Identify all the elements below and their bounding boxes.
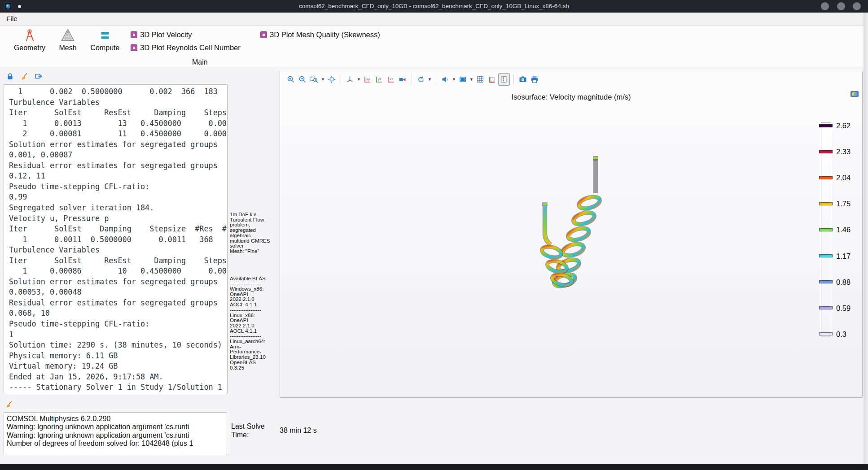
colorbar-level-stripe	[819, 306, 833, 309]
startup-log-text: COMSOL Multiphysics 6.2.0.290Warning: Ig…	[4, 413, 227, 448]
colorbar-level-stripe	[819, 150, 833, 153]
rotate-icon[interactable]	[416, 74, 426, 85]
checkbox-checked-icon	[131, 31, 137, 38]
maximize-button[interactable]	[837, 2, 845, 10]
isosurface-coil-visualization[interactable]	[512, 148, 620, 301]
colorbar-level-stripe	[819, 202, 833, 205]
zoom-box-icon[interactable]	[309, 74, 320, 85]
colorbar-level-stripe	[819, 280, 833, 283]
section-divider	[0, 68, 868, 68]
scene-light-dropdown[interactable]: ▼	[452, 77, 456, 82]
last-solve-time-value: 38 min 12 s	[280, 426, 317, 435]
startup-log-panel[interactable]: COMSOL Multiphysics 6.2.0.290Warning: Ig…	[4, 412, 227, 455]
colorbar-level-label: 0.3	[836, 330, 863, 339]
colorbar-level-stripe	[819, 254, 833, 257]
toolbar-separator	[436, 74, 436, 84]
solver-log-text: 1 0.002 0.5000000 0.002 366 183Turbulenc…	[4, 85, 227, 393]
float-window-icon[interactable]	[850, 90, 859, 98]
checkbox-3d-plot-reynolds[interactable]: 3D Plot Reynolds Cell Number	[131, 44, 241, 52]
colorbar: 2.622.332.041.751.461.170.880.590.3	[821, 122, 831, 336]
svg-text:xy: xy	[366, 77, 370, 81]
checkbox-label: 3D Plot Reynolds Cell Number	[140, 44, 241, 52]
show-grid-icon[interactable]	[475, 74, 486, 85]
colorbar-level-stripe	[819, 176, 833, 179]
minimize-button[interactable]	[821, 2, 829, 10]
scene-light-icon[interactable]	[440, 74, 451, 85]
clear-icon[interactable]	[20, 72, 29, 81]
default-view-icon[interactable]	[345, 74, 355, 85]
geometry-button-label: Geometry	[13, 44, 47, 52]
colorbar-level-stripe	[819, 124, 833, 127]
solver-log-panel[interactable]: 1 0.002 0.5000000 0.002 366 183Turbulenc…	[4, 84, 228, 394]
menu-bar: File	[0, 13, 868, 26]
window-title: comsol62_benchmark_CFD_only_10GB - comso…	[0, 0, 868, 13]
geometry-icon	[22, 27, 38, 43]
checkbox-3d-plot-velocity[interactable]: 3D Plot Velocity	[131, 30, 192, 39]
compute-button[interactable]: Compute	[88, 27, 122, 52]
comsol-app-window: comsol62_benchmark_CFD_only_10GB - comso…	[0, 0, 868, 470]
export-icon[interactable]	[34, 72, 43, 81]
last-solve-time-label: Last Solve Time:	[231, 422, 272, 439]
view-yz-icon[interactable]: yz	[374, 74, 385, 85]
window-right-edge	[864, 13, 868, 464]
image-snapshot-icon[interactable]	[517, 74, 528, 85]
colorbar-level-stripe	[819, 332, 833, 335]
projection-icon[interactable]	[397, 74, 408, 85]
checkbox-checked-icon	[260, 31, 267, 38]
colorbar-level-stripe	[819, 228, 833, 231]
color-legend-icon[interactable]	[498, 73, 510, 86]
zoom-extents-icon[interactable]	[326, 74, 337, 85]
colorbar-level-label: 2.33	[836, 147, 863, 156]
title-bar: comsol62_benchmark_CFD_only_10GB - comso…	[0, 0, 868, 13]
problem-description: 1m DoF k-εTurbulent Flowproblem,segregat…	[230, 212, 276, 254]
mesh-button-label: Mesh	[51, 44, 85, 52]
svg-text:xz: xz	[390, 77, 393, 81]
info-panel: 1m DoF k-εTurbulent Flowproblem,segregat…	[230, 212, 276, 370]
toolbar-separator	[513, 74, 514, 84]
clear-icon[interactable]	[4, 400, 13, 409]
colorbar-level-label: 0.88	[836, 278, 863, 287]
compute-icon	[97, 27, 113, 43]
view-xy-icon[interactable]: xy	[362, 74, 373, 85]
environment-icon[interactable]	[457, 74, 468, 85]
close-button[interactable]	[853, 2, 861, 10]
toolbar-separator	[341, 74, 341, 84]
rotate-dropdown[interactable]: ▼	[427, 77, 432, 82]
default-view-dropdown[interactable]: ▼	[356, 77, 361, 82]
toolbar-separator	[412, 74, 412, 84]
colorbar-level-label: 0.59	[836, 304, 863, 313]
checkbox-label: 3D Plot Velocity	[140, 30, 192, 39]
colorbar-level-label: 1.75	[836, 199, 863, 208]
view-xz-icon[interactable]: xz	[386, 74, 396, 85]
zoom-out-icon[interactable]	[297, 74, 308, 85]
graphics-panel: ▼ ▼ xy	[280, 71, 863, 398]
zoom-box-dropdown[interactable]: ▼	[320, 77, 325, 82]
show-axes-icon[interactable]	[487, 74, 497, 85]
checkbox-checked-icon	[131, 44, 137, 51]
print-icon[interactable]	[529, 74, 540, 85]
colorbar-level-label: 2.62	[836, 121, 863, 130]
checkbox-label: 3D Plot Mesh Quality (Skewness)	[270, 30, 380, 39]
graphics-toolbar: ▼ ▼ xy	[285, 73, 540, 86]
colorbar-level-label: 1.17	[836, 252, 863, 261]
svg-text:yz: yz	[378, 77, 381, 81]
lock-icon[interactable]	[5, 72, 14, 81]
plot-title: Isosurface: Velocity magnitude (m/s)	[280, 93, 862, 101]
compute-button-label: Compute	[88, 44, 122, 52]
app-toolbar: Geometry Mesh Compute 3D Plot Velocity 3…	[0, 26, 868, 68]
status-bar	[0, 464, 868, 470]
environment-dropdown[interactable]: ▼	[469, 77, 474, 82]
colorbar-level-label: 1.46	[836, 225, 863, 234]
mesh-icon	[60, 27, 76, 43]
zoom-in-icon[interactable]	[285, 74, 296, 85]
mesh-button[interactable]: Mesh	[51, 27, 85, 52]
checkbox-3d-plot-mesh-quality[interactable]: 3D Plot Mesh Quality (Skewness)	[260, 30, 380, 39]
blas-info: Available BLAS------------------Windows_…	[230, 276, 276, 370]
colorbar-level-label: 2.04	[836, 173, 863, 182]
geometry-button[interactable]: Geometry	[13, 27, 47, 52]
form-section-label: Main	[192, 58, 208, 66]
menu-file[interactable]: File	[4, 13, 19, 25]
log-toolbar	[5, 72, 43, 81]
